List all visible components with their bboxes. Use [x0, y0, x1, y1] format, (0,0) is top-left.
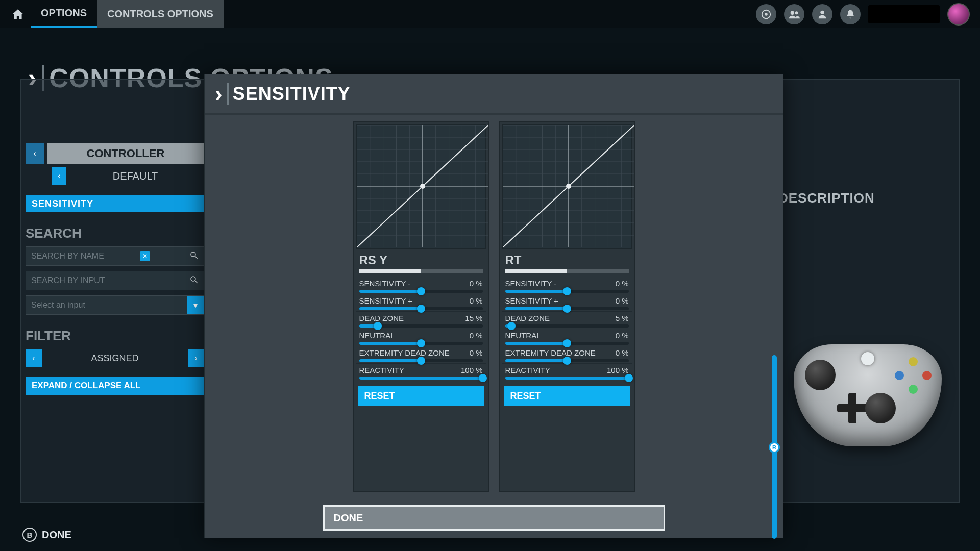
slider-thumb[interactable] [417, 287, 425, 295]
svg-point-1 [765, 13, 768, 16]
slider-value: 100 % [607, 366, 629, 374]
slider-value: 0 % [616, 296, 629, 305]
search-heading: SEARCH [26, 226, 204, 241]
home-icon[interactable] [10, 7, 26, 22]
slider-row: NEUTRAL 0 % [502, 329, 632, 346]
sensitivity-modal: › SENSITIVITY RS Y SENSITIVITY - 0 % [204, 74, 783, 538]
search-by-name-input[interactable]: SEARCH BY NAME ✕ [26, 246, 204, 266]
filter-next-button[interactable]: › [188, 349, 204, 367]
slider-value: 0 % [616, 279, 629, 288]
slider-row: EXTREMITY DEAD ZONE 0 % [502, 346, 632, 363]
sidebar: ‹ CONTROLLER ‹ DEFAULT SENSITIVITY SEARC… [26, 143, 204, 395]
slider-track[interactable] [359, 342, 483, 345]
slider-thumb[interactable] [417, 305, 425, 313]
svg-point-4 [820, 10, 824, 14]
slider-thumb[interactable] [417, 357, 425, 365]
svg-point-5 [191, 252, 195, 257]
top-bar: OPTIONS CONTROLS OPTIONS [0, 0, 980, 28]
clear-search-icon[interactable]: ✕ [140, 251, 150, 261]
response-curve-chart [356, 124, 486, 249]
slider-row: SENSITIVITY + 0 % [502, 294, 632, 311]
preset-prev-button[interactable]: ‹ [52, 167, 66, 185]
slider-track[interactable] [359, 324, 483, 328]
svg-line-6 [195, 256, 198, 259]
slider-thumb[interactable] [625, 374, 633, 382]
slider-label: SENSITIVITY + [505, 296, 558, 305]
slider-value: 0 % [470, 331, 483, 340]
slider-row: DEAD ZONE 5 % [502, 311, 632, 329]
done-button[interactable]: DONE [323, 505, 665, 531]
search-by-input-input[interactable]: SEARCH BY INPUT [26, 271, 204, 290]
slider-track[interactable] [505, 290, 629, 293]
placeholder: SEARCH BY NAME [31, 252, 104, 261]
slider-row: DEAD ZONE 15 % [356, 311, 486, 329]
expand-collapse-button[interactable]: EXPAND / COLLAPSE ALL [26, 377, 204, 395]
slider-track[interactable] [505, 324, 629, 328]
controller-prev-button[interactable]: ‹ [26, 143, 44, 164]
svg-point-33 [420, 184, 425, 189]
slider-thumb[interactable] [563, 305, 571, 313]
avatar[interactable] [947, 3, 970, 26]
chevron-down-icon[interactable]: ▾ [187, 296, 204, 314]
svg-line-8 [195, 281, 198, 283]
slider-label: SENSITIVITY - [359, 279, 411, 288]
search-icon[interactable] [189, 251, 199, 262]
placeholder: Select an input [31, 300, 85, 310]
slider-thumb[interactable] [563, 339, 571, 347]
slider-value: 15 % [465, 314, 482, 322]
slider-label: SENSITIVITY - [505, 279, 557, 288]
slider-row: SENSITIVITY + 0 % [356, 294, 486, 311]
reset-button[interactable]: RESET [358, 386, 484, 406]
slider-track[interactable] [505, 342, 629, 345]
slider-track[interactable] [505, 359, 629, 362]
select-input-dropdown[interactable]: Select an input ▾ [26, 295, 204, 315]
sensitivity-card: RT SENSITIVITY - 0 % SENSITIVITY + 0 % [499, 121, 635, 492]
tab-label: OPTIONS [41, 7, 87, 19]
topbar-right [756, 3, 975, 26]
dpad-icon [837, 393, 868, 423]
slider-track[interactable] [359, 359, 483, 362]
search-icon[interactable] [189, 275, 199, 286]
slider-row: REACTIVITY 100 % [356, 363, 486, 381]
slider-thumb[interactable] [563, 287, 571, 295]
slider-track[interactable] [505, 307, 629, 310]
face-buttons-icon [895, 357, 932, 394]
slider-row: NEUTRAL 0 % [356, 329, 486, 346]
description-heading: DESCRIPTION [778, 190, 875, 206]
slider-track[interactable] [359, 307, 483, 310]
filter-prev-button[interactable]: ‹ [26, 349, 42, 367]
slider-thumb[interactable] [374, 322, 382, 330]
slider-row: EXTREMITY DEAD ZONE 0 % [356, 346, 486, 363]
placeholder: SEARCH BY INPUT [31, 276, 105, 285]
page-main: › CONTROLS OPTIONS ‹ CONTROLLER ‹ DEFAUL… [0, 28, 980, 109]
slider-thumb[interactable] [417, 339, 425, 347]
slider-thumb[interactable] [507, 322, 516, 330]
slider-label: REACTIVITY [359, 366, 404, 374]
preset-selector: ‹ DEFAULT [26, 167, 204, 185]
slider-value: 5 % [616, 314, 629, 322]
tab-options[interactable]: OPTIONS [31, 0, 97, 28]
scroll-knob[interactable]: R [769, 442, 780, 453]
friends-icon[interactable] [784, 4, 804, 24]
club-icon[interactable] [756, 4, 776, 24]
slider-track[interactable] [359, 377, 483, 380]
sidebar-item-sensitivity[interactable]: SENSITIVITY [26, 195, 204, 212]
slider-label: NEUTRAL [359, 331, 395, 340]
profile-icon[interactable] [812, 4, 832, 24]
slider-value: 0 % [470, 279, 483, 288]
slider-label: SENSITIVITY + [359, 296, 412, 305]
notifications-icon[interactable] [840, 4, 861, 24]
slider-thumb[interactable] [479, 374, 487, 382]
chevron-right-icon: › [215, 81, 223, 107]
slider-row: SENSITIVITY - 0 % [356, 277, 486, 294]
slider-track[interactable] [505, 377, 629, 380]
b-button-icon: B [22, 528, 37, 542]
slider-thumb[interactable] [563, 357, 571, 365]
tab-controls-options[interactable]: CONTROLS OPTIONS [97, 0, 224, 28]
card-label: RT [502, 249, 632, 269]
scrollbar[interactable]: R [772, 355, 777, 539]
filter-value: ASSIGNED [42, 349, 188, 367]
slider-track[interactable] [359, 290, 483, 293]
slider-row: SENSITIVITY - 0 % [502, 277, 632, 294]
reset-button[interactable]: RESET [504, 386, 630, 406]
